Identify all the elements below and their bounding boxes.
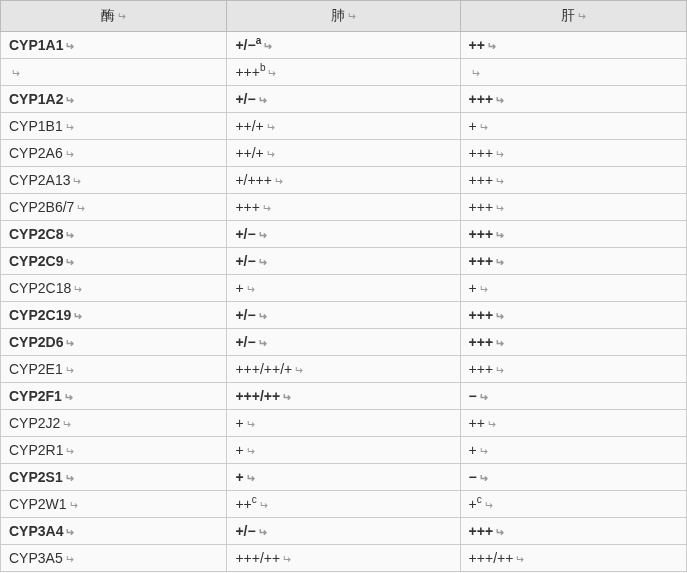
cell-liver: +c↵ bbox=[460, 491, 686, 518]
enzyme-value: CYP2J2 bbox=[9, 415, 60, 431]
cell-lung: +↵ bbox=[227, 464, 460, 491]
cell-lung: ++c↵ bbox=[227, 491, 460, 518]
return-icon: ↵ bbox=[258, 229, 267, 242]
liver-value: + bbox=[469, 496, 477, 512]
cell-liver: ++↵ bbox=[460, 410, 686, 437]
return-icon: ↵ bbox=[495, 94, 504, 107]
lung-value: ++ bbox=[235, 496, 251, 512]
return-icon: ↵ bbox=[259, 499, 268, 512]
return-icon: ↵ bbox=[266, 148, 275, 161]
liver-value: + bbox=[469, 118, 477, 134]
return-icon: ↵ bbox=[72, 175, 81, 188]
cell-enzyme: CYP3A4↵ bbox=[1, 518, 227, 545]
cell-lung: +↵ bbox=[227, 275, 460, 302]
cell-lung: +/−↵ bbox=[227, 302, 460, 329]
cell-lung: +/−↵ bbox=[227, 86, 460, 113]
table-row: CYP3A4↵+/−↵+++↵ bbox=[1, 518, 687, 545]
return-icon: ↵ bbox=[62, 418, 71, 431]
cell-lung: ++/+↵ bbox=[227, 113, 460, 140]
cell-enzyme: CYP1A2↵ bbox=[1, 86, 227, 113]
return-icon: ↵ bbox=[479, 472, 488, 485]
liver-value: − bbox=[469, 469, 477, 485]
cell-lung: +↵ bbox=[227, 437, 460, 464]
enzyme-expression-table: 酶↵ 肺↵ 肝↵ CYP1A1↵+/−a↵++↵ ↵+++b↵ ↵CYP1A2↵… bbox=[0, 0, 687, 572]
lung-value: +++/++ bbox=[235, 550, 280, 566]
return-icon: ↵ bbox=[577, 10, 586, 23]
return-icon: ↵ bbox=[65, 553, 74, 566]
lung-value: +/− bbox=[235, 307, 255, 323]
cell-lung: +/−a↵ bbox=[227, 32, 460, 59]
liver-value: − bbox=[469, 388, 477, 404]
lung-value: +++ bbox=[235, 64, 260, 80]
cell-enzyme: CYP2D6↵ bbox=[1, 329, 227, 356]
liver-value: ++ bbox=[469, 37, 485, 53]
table-row: CYP1A2↵+/−↵+++↵ bbox=[1, 86, 687, 113]
return-icon: ↵ bbox=[495, 364, 504, 377]
table-row: CYP2F1↵+++/++↵−↵ bbox=[1, 383, 687, 410]
cell-lung: +↵ bbox=[227, 410, 460, 437]
return-icon: ↵ bbox=[258, 310, 267, 323]
cell-liver: +++↵ bbox=[460, 167, 686, 194]
return-icon: ↵ bbox=[347, 10, 356, 23]
lung-superscript: b bbox=[260, 62, 266, 73]
return-icon: ↵ bbox=[246, 472, 255, 485]
table-row: CYP2C18↵+↵+↵ bbox=[1, 275, 687, 302]
cell-liver: +++↵ bbox=[460, 140, 686, 167]
cell-enzyme: CYP2C8↵ bbox=[1, 221, 227, 248]
liver-value: +++ bbox=[469, 91, 494, 107]
cell-liver: +++/++↵ bbox=[460, 545, 686, 572]
return-icon: ↵ bbox=[479, 445, 488, 458]
return-icon: ↵ bbox=[64, 391, 73, 404]
liver-value: +++/++ bbox=[469, 550, 514, 566]
return-icon: ↵ bbox=[274, 175, 283, 188]
cell-lung: +++/++↵ bbox=[227, 383, 460, 410]
enzyme-value: CYP2C9 bbox=[9, 253, 63, 269]
return-icon: ↵ bbox=[73, 283, 82, 296]
liver-value: + bbox=[469, 442, 477, 458]
table-row: CYP2A13↵+/+++↵+++↵ bbox=[1, 167, 687, 194]
return-icon: ↵ bbox=[258, 256, 267, 269]
lung-value: +/− bbox=[235, 37, 255, 53]
cell-lung: +/−↵ bbox=[227, 329, 460, 356]
cell-lung: +++b↵ bbox=[227, 59, 460, 86]
cell-enzyme: CYP2C18↵ bbox=[1, 275, 227, 302]
table-row: CYP2C9↵+/−↵+++↵ bbox=[1, 248, 687, 275]
return-icon: ↵ bbox=[65, 94, 74, 107]
cell-enzyme: CYP2R1↵ bbox=[1, 437, 227, 464]
header-enzyme: 酶↵ bbox=[1, 1, 227, 32]
lung-value: + bbox=[235, 415, 243, 431]
liver-value: +++ bbox=[469, 172, 494, 188]
cell-enzyme: CYP1A1↵ bbox=[1, 32, 227, 59]
table-row: CYP2W1↵++c↵+c↵ bbox=[1, 491, 687, 518]
cell-lung: +/−↵ bbox=[227, 518, 460, 545]
lung-superscript: a bbox=[256, 35, 262, 46]
cell-enzyme: CYP2C9↵ bbox=[1, 248, 227, 275]
return-icon: ↵ bbox=[487, 418, 496, 431]
return-icon: ↵ bbox=[69, 499, 78, 512]
lung-value: +/− bbox=[235, 523, 255, 539]
liver-value: +++ bbox=[469, 253, 494, 269]
return-icon: ↵ bbox=[495, 175, 504, 188]
cell-liver: +++↵ bbox=[460, 248, 686, 275]
enzyme-value: CYP2W1 bbox=[9, 496, 67, 512]
cell-enzyme: CYP1B1↵ bbox=[1, 113, 227, 140]
table-row: CYP2C19↵+/−↵+++↵ bbox=[1, 302, 687, 329]
cell-liver: +↵ bbox=[460, 275, 686, 302]
cell-enzyme: ↵ bbox=[1, 59, 227, 86]
enzyme-value: CYP2B6/7 bbox=[9, 199, 74, 215]
return-icon: ↵ bbox=[487, 40, 496, 53]
return-icon: ↵ bbox=[479, 391, 488, 404]
return-icon: ↵ bbox=[246, 418, 255, 431]
return-icon: ↵ bbox=[65, 445, 74, 458]
cell-lung: +/−↵ bbox=[227, 221, 460, 248]
liver-value: +++ bbox=[469, 226, 494, 242]
return-icon: ↵ bbox=[65, 40, 74, 53]
return-icon: ↵ bbox=[495, 526, 504, 539]
lung-value: +/− bbox=[235, 226, 255, 242]
table-row: CYP2D6↵+/−↵+++↵ bbox=[1, 329, 687, 356]
cell-lung: +++/++↵ bbox=[227, 545, 460, 572]
return-icon: ↵ bbox=[267, 67, 276, 80]
cell-enzyme: CYP2A13↵ bbox=[1, 167, 227, 194]
lung-value: + bbox=[235, 469, 243, 485]
return-icon: ↵ bbox=[495, 256, 504, 269]
